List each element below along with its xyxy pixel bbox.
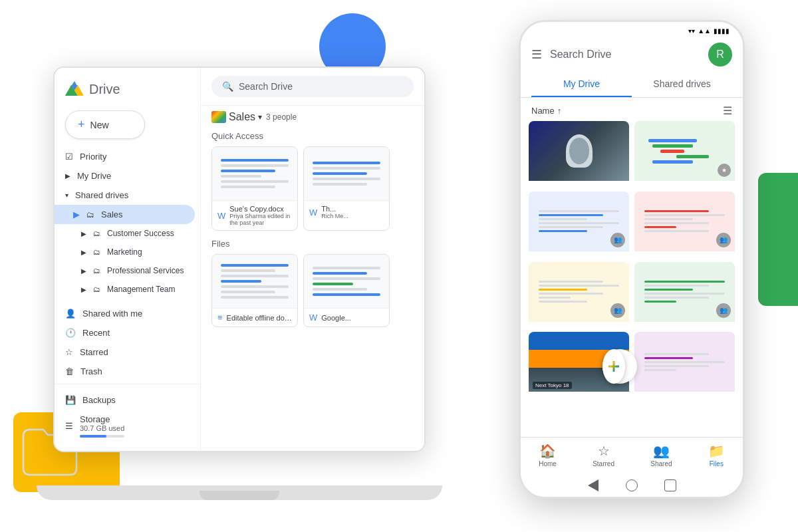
file-preview-major: 👥 <box>634 192 735 251</box>
sort-arrow-icon: ↑ <box>557 106 562 116</box>
file-footer-major: 📄 Major opportu... ⋮ <box>634 251 735 257</box>
dropdown-icon: ▾ <box>258 112 262 122</box>
fab-plus-icon <box>606 358 622 374</box>
astronaut-photo <box>529 121 629 181</box>
sidebar-item-trash[interactable]: 🗑 Trash <box>55 362 195 381</box>
sidebar-item-marketing[interactable]: ▶ 🗂 Marketing <box>55 243 195 261</box>
sidebar-item-proservices[interactable]: ▶ 🗂 Professional Services <box>55 261 195 280</box>
sidebar-item-priority[interactable]: ☑ Priority <box>55 147 195 166</box>
tokyo-label: Next Tokyo 18 <box>533 382 572 389</box>
signal-icon: ▾▾ <box>688 27 695 35</box>
file-name-sues-copy: Sue's Copy.docx <box>229 205 292 213</box>
nav-item-files[interactable]: 📁 Files <box>708 443 725 467</box>
list-view-icon[interactable]: ☰ <box>723 104 732 117</box>
battery-icon: ▮▮▮▮ <box>714 27 730 35</box>
file-card-th[interactable]: W Th... Rich Me... <box>303 146 390 231</box>
phone-list-sort[interactable]: Name ↑ <box>531 106 561 116</box>
plus-icon: + <box>78 118 85 132</box>
file-card-sues-copy[interactable]: W Sue's Copy.docx Priya Sharma edited in… <box>211 146 298 231</box>
sidebar-item-shared-with-me[interactable]: 👤 Shared with me <box>55 304 195 323</box>
file-preview-extra <box>634 332 735 392</box>
more-icon-extra[interactable]: ⋮ <box>719 396 730 397</box>
file-card-task-details[interactable]: 👥 W Task details ⋮ <box>529 192 629 257</box>
file-card-work-list[interactable]: 👥 ⊞ Work List_01 ⋮ <box>634 262 735 327</box>
sidebar-item-customer-success[interactable]: ▶ 🗂 Customer Success <box>55 224 195 243</box>
phone-list-header: Name ↑ ☰ <box>521 98 743 121</box>
file-subtitle-th: Rich Me... <box>321 213 384 219</box>
search-placeholder: Search Drive <box>239 81 293 92</box>
file-preview-my-doc: 👥 <box>529 262 629 322</box>
fab-button[interactable] <box>602 349 625 384</box>
storage-bar-fill <box>80 435 106 438</box>
more-icon-work-list[interactable]: ⋮ <box>719 326 730 327</box>
more-icon-astronaut[interactable]: ⋮ <box>613 185 624 186</box>
hamburger-icon[interactable]: ☰ <box>531 47 542 62</box>
phone-fab[interactable] <box>602 349 637 384</box>
sidebar-item-mydrive[interactable]: ▶ My Drive <box>55 166 195 186</box>
file-footer-extra: ≡ ... ⋮ <box>634 392 735 397</box>
phone-avatar-initial: R <box>716 49 724 61</box>
laptop-search-bar[interactable]: 🔍 Search Drive <box>211 76 414 97</box>
laptop-frame: Drive + New ☑ Priority ▶ My Drive ▾ Shar… <box>53 66 426 452</box>
phone-search-text: Search Drive <box>550 49 611 60</box>
tab-my-drive[interactable]: My Drive <box>531 72 632 97</box>
file-footer-sues-copy: W Sue's Copy.docx Priya Sharma edited in… <box>212 200 297 230</box>
nav-item-starred[interactable]: ☆ Starred <box>593 443 614 467</box>
recents-button[interactable] <box>664 479 676 491</box>
phone-avatar[interactable]: R <box>708 43 732 66</box>
more-icon-my-doc[interactable]: ⋮ <box>613 326 624 327</box>
wifi-icon: ▲▲ <box>698 27 711 35</box>
file-preview-editable <box>212 255 297 308</box>
home-button[interactable] <box>626 479 638 491</box>
file-preview-work-list: 👥 <box>634 262 735 322</box>
file-card-my-doc[interactable]: 👥 ▶ My Document ⋮ <box>529 262 629 327</box>
sidebar-label-marketing: Marketing <box>107 247 142 257</box>
back-button[interactable] <box>588 479 598 491</box>
files-nav-icon: 📁 <box>708 443 725 459</box>
file-card-astronaut[interactable]: 🏔 astronaut.jpg ⋮ <box>529 121 629 186</box>
file-card-google[interactable]: W Google... <box>303 254 390 327</box>
sidebar-item-mgmt[interactable]: ▶ 🗂 Management Team <box>55 280 195 299</box>
sidebar-label-priority: Priority <box>80 152 106 162</box>
chevron-down-icon: ▾ <box>65 192 68 199</box>
phone-header: ☰ Search Drive R <box>521 37 743 72</box>
breadcrumb-folder: Sales ▾ <box>211 111 262 123</box>
files-grid: ≡ Editable offline docu... <box>201 254 424 332</box>
phone-search-bar[interactable]: Search Drive <box>550 49 700 61</box>
new-button[interactable]: + New <box>65 110 145 139</box>
storage-icon: ☰ <box>65 421 73 431</box>
more-icon-tokyo[interactable]: ⋮ <box>613 396 624 397</box>
sidebar-item-starred[interactable]: ☆ Starred <box>55 342 195 362</box>
star-badge-icon: ★ <box>722 167 727 174</box>
nav-item-shared[interactable]: 👥 Shared <box>650 443 672 467</box>
sidebar-item-recent[interactable]: 🕐 Recent <box>55 323 195 342</box>
more-icon-major[interactable]: ⋮ <box>719 255 730 257</box>
sidebar-item-storage[interactable]: ☰ Storage 30.7 GB used <box>55 410 195 442</box>
sidebar-item-sales[interactable]: ▶ 🗂 Sales <box>55 205 195 224</box>
shared-nav-label: Shared <box>650 460 672 467</box>
tab-my-drive-label: My Drive <box>563 78 600 89</box>
more-icon-task[interactable]: ⋮ <box>613 255 624 257</box>
breadcrumb-count: 3 people <box>266 112 297 122</box>
nav-item-home[interactable]: 🏠 Home <box>539 443 557 467</box>
worklist-shared-badge: 👥 <box>716 303 731 318</box>
home-nav-icon: 🏠 <box>539 443 556 459</box>
laptop-notch <box>200 491 279 500</box>
laptop-base <box>37 485 442 500</box>
sidebar-item-backups[interactable]: 💾 Backups <box>55 390 195 410</box>
sidebar-item-shared-drives[interactable]: ▾ Shared drives <box>55 186 195 205</box>
file-card-gantt[interactable]: ★ ⊞ Gantt chart ⋮ <box>634 121 735 186</box>
sidebar-logo-text: Drive <box>89 82 120 97</box>
more-icon-gantt[interactable]: ⋮ <box>719 185 730 186</box>
tab-shared-drives[interactable]: Shared drives <box>632 72 732 97</box>
file-card-major[interactable]: 👥 📄 Major opportu... ⋮ <box>634 192 735 257</box>
storage-bar <box>80 435 124 438</box>
file-footer-task: W Task details ⋮ <box>529 251 629 257</box>
file-card-extra[interactable]: ≡ ... ⋮ <box>634 332 735 397</box>
quick-access-label: Quick Access <box>201 128 424 146</box>
file-card-editable[interactable]: ≡ Editable offline docu... <box>211 254 298 327</box>
tab-shared-drives-label: Shared drives <box>653 78 710 89</box>
file-footer-gantt: ⊞ Gantt chart ⋮ <box>634 181 735 186</box>
sidebar-label-starred: Starred <box>80 347 108 357</box>
folder-icon-mgmt: 🗂 <box>93 285 100 293</box>
